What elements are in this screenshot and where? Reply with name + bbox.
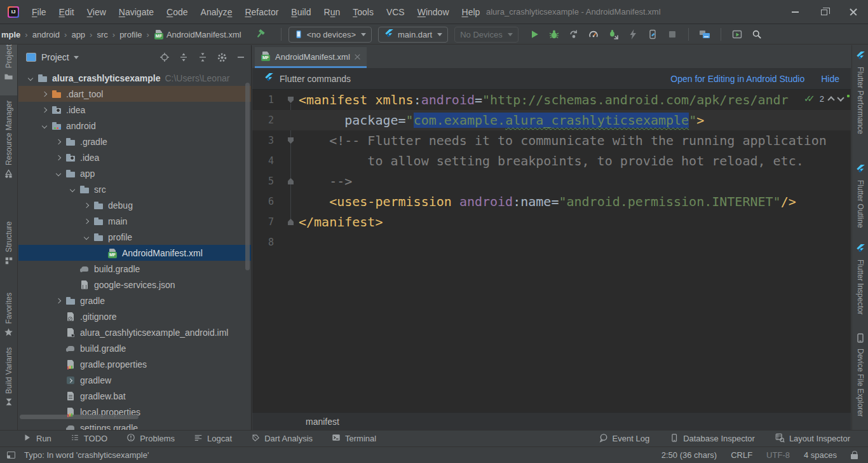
menu-item-help[interactable]: Help [456,0,487,24]
hide-banner-link[interactable]: Hide [821,74,839,84]
tree-row-AndroidManifest.xml[interactable]: MFAndroidManifest.xml [18,245,251,261]
tree-toggle-icon[interactable] [79,219,93,223]
sidebar-item-flutter-outline[interactable]: Flutter Outline [852,164,868,240]
tree-row-gradle.properties[interactable]: gradle.properties [18,356,251,372]
code-editor[interactable]: ✓✓ 2 1<manifest xmlns:android="http://sc… [252,90,851,412]
tree-toggle-icon[interactable] [24,76,37,80]
tool-window-button-run[interactable]: Run [23,433,51,444]
run-anything-button[interactable] [729,27,745,42]
hide-panel-button[interactable] [234,51,247,64]
tool-window-button-terminal[interactable]: Terminal [332,433,376,444]
menu-item-view[interactable]: View [81,0,112,24]
code-line-5[interactable]: 5 --> [252,171,851,191]
sidebar-item-device-file-explorer[interactable]: Device File Explorer [852,333,868,438]
tree-row-android[interactable]: android [18,118,251,134]
code-line-1[interactable]: 1<manifest xmlns:android="http://schemas… [252,90,851,110]
project-horizontal-scrollbar[interactable] [20,415,139,419]
menu-item-build[interactable]: Build [285,0,317,24]
menu-item-tools[interactable]: Tools [346,0,380,24]
breadcrumb-manifest[interactable]: manifest [306,417,339,427]
code-line-4[interactable]: 4 to allow setting breakpoints, to provi… [252,151,851,171]
tree-toggle-icon[interactable] [65,188,79,191]
project-panel-title[interactable]: Project [41,52,69,62]
tree-row-alura_crashlyticsexample[interactable]: alura_crashlyticsexampleC:\Users\Leonar [18,70,251,86]
tree-row-.idea[interactable]: .idea [18,102,251,118]
line-number[interactable]: 1 [252,90,274,110]
code-line-7[interactable]: 7</manifest> [252,212,851,232]
run-button[interactable] [527,27,542,42]
line-number[interactable]: 7 [252,212,274,232]
lock-icon[interactable] [851,454,858,459]
flutter-attach-button[interactable] [606,27,621,42]
sidebar-item-build-variants[interactable]: Build Variants [0,347,17,425]
breadcrumb-item-profile[interactable]: profile [119,30,142,39]
tree-toggle-icon[interactable] [51,172,65,176]
close-tab-icon[interactable] [355,54,360,60]
menu-item-run[interactable]: Run [318,0,347,24]
tree-row-build.gradle[interactable]: build.gradle [18,340,251,356]
tree-row-app[interactable]: app [18,165,251,181]
tree-toggle-icon[interactable] [79,235,93,239]
menu-item-edit[interactable]: Edit [53,0,81,24]
code-line-6[interactable]: 6 <uses-permission android:name="android… [252,191,851,212]
line-number[interactable]: 8 [252,232,274,252]
line-separator[interactable]: CRLF [731,450,752,460]
project-structure-button[interactable] [697,27,712,42]
line-number[interactable]: 2 [252,110,274,130]
code-line-3[interactable]: 3 <!-- Flutter needs it to communicate w… [252,130,851,151]
sidebar-item-flutter-inspector[interactable]: Flutter Inspector [852,244,868,329]
tool-window-button-problems[interactable]: Problems [126,433,175,444]
menu-item-window[interactable]: Window [411,0,456,24]
tree-toggle-icon[interactable] [37,108,51,112]
tree-toggle-icon[interactable] [51,299,65,303]
tree-row-main[interactable]: main [18,213,251,229]
tree-row-profile[interactable]: profile [18,229,251,245]
tree-row-gradlew[interactable]: gradlew [18,372,251,388]
tree-row-gradle[interactable]: gradle [18,293,251,308]
indent-setting[interactable]: 4 spaces [804,450,837,460]
profiler-button[interactable] [586,27,601,42]
line-number[interactable]: 6 [252,191,274,212]
tree-toggle-icon[interactable] [37,124,51,128]
line-number[interactable]: 3 [252,130,274,151]
tool-window-button-layout-inspector[interactable]: Layout Inspector [775,433,850,445]
breadcrumb-item-src[interactable]: src [97,30,107,39]
tool-window-button-dart-analysis[interactable]: Dart Analysis [251,433,313,444]
open-devtools-button[interactable] [645,27,660,42]
breadcrumb-item-app[interactable]: app [71,30,85,39]
breadcrumb-item-mple[interactable]: mple [1,30,20,39]
secondary-device-dropdown[interactable]: No Devices [454,27,518,43]
tree-row-settings.gradle[interactable]: settings.gradle [18,420,251,430]
tree-row-debug[interactable]: debug [18,197,251,213]
code-line-8[interactable]: 8 [252,232,851,252]
sidebar-item-resource-manager[interactable]: Resource Manager [0,100,17,197]
tree-toggle-icon[interactable] [37,92,51,96]
menu-item-refactor[interactable]: Refactor [238,0,285,24]
tree-row-.gradle[interactable]: .gradle [18,134,251,149]
tool-window-button-database-inspector[interactable]: Database Inspector [670,433,755,445]
tool-window-toggle-icon[interactable] [7,452,15,459]
project-vertical-scrollbar[interactable] [245,83,250,270]
locate-file-button[interactable] [158,51,171,64]
menu-item-navigate[interactable]: Navigate [112,0,160,24]
tool-window-button-event-log[interactable]: Event Log [599,433,650,445]
settings-button[interactable] [215,51,228,64]
tree-row-build.gradle[interactable]: build.gradle [18,261,251,277]
tree-row-alura_crashlyticsexample_android.iml[interactable]: alura_crashlyticsexample_android.iml [18,324,251,340]
sidebar-item-project[interactable]: Project [0,45,17,95]
minimize-button[interactable] [780,0,810,24]
tree-toggle-icon[interactable] [51,156,65,160]
tree-toggle-icon[interactable] [79,204,93,207]
chevron-down-icon[interactable] [74,56,79,59]
sidebar-item-structure[interactable]: Structure [0,221,17,290]
run-config-dropdown[interactable]: main.dart [378,27,448,43]
menu-item-code[interactable]: Code [160,0,194,24]
hot-reload-button[interactable] [625,27,641,42]
file-encoding[interactable]: UTF-8 [766,450,790,460]
tree-toggle-icon[interactable] [51,140,65,144]
code-line-2[interactable]: 2 package="com.example.alura_crashlytics… [252,110,851,130]
collapse-all-button[interactable] [196,51,209,64]
build-hammer-button[interactable] [253,27,268,42]
open-in-android-studio-link[interactable]: Open for Editing in Android Studio [670,74,804,84]
tab-androidmanifest[interactable]: MF AndroidManifest.xml [255,47,367,68]
